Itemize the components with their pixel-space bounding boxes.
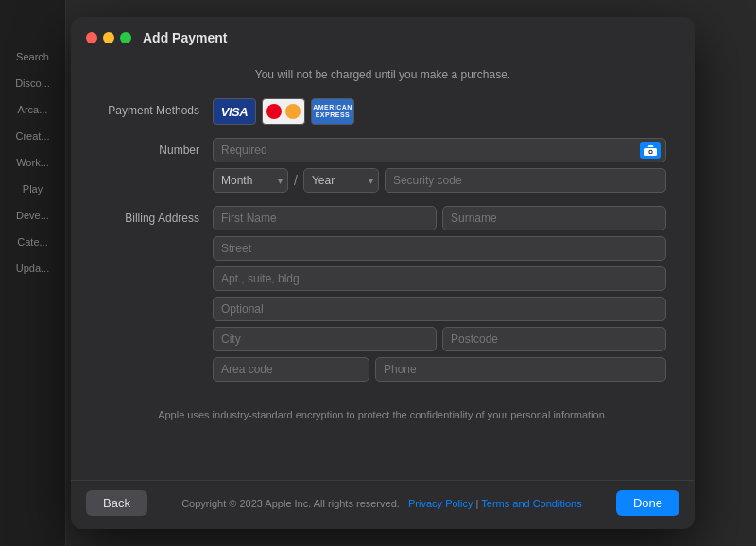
amex-express-label: EXPRESS	[316, 111, 351, 119]
number-input-wrap	[213, 138, 666, 162]
billing-content	[213, 206, 666, 382]
number-input-row	[213, 138, 666, 162]
first-name-input[interactable]	[213, 206, 437, 230]
traffic-lights	[86, 32, 131, 43]
optional-input[interactable]	[213, 297, 666, 321]
privacy-policy-link[interactable]: Privacy Policy	[408, 498, 472, 509]
modal-body: You will not be charged until you make a…	[71, 55, 695, 480]
footer-separator: |	[476, 498, 479, 509]
back-button[interactable]: Back	[86, 490, 147, 516]
number-content: Month 010203 040506 070809 101112 ▾ / Ye…	[213, 138, 666, 193]
payment-methods-label: Payment Methods	[99, 98, 213, 117]
add-payment-dialog: Add Payment You will not be charged unti…	[71, 17, 695, 529]
security-code-input[interactable]	[385, 168, 666, 193]
mc-left-circle	[266, 104, 282, 119]
terms-conditions-link[interactable]: Terms and Conditions	[481, 498, 581, 509]
visa-card-badge[interactable]: VISA	[213, 98, 256, 125]
number-label: Number	[99, 138, 213, 157]
apt-input[interactable]	[213, 266, 666, 291]
number-row: Number	[99, 138, 666, 193]
sidebar-item-discover: Disco...	[0, 72, 65, 94]
sidebar-item-create: Creat...	[0, 125, 65, 147]
dialog-title: Add Payment	[143, 30, 227, 45]
sidebar-item-arcade: Arca...	[0, 98, 65, 121]
year-select[interactable]: Year 202320242025 202620272028 20292030	[303, 168, 379, 193]
payment-methods-row: Payment Methods VISA AMERICAN EXPRESS	[99, 98, 666, 125]
camera-scan-button[interactable]	[640, 142, 661, 159]
phone-input[interactable]	[375, 357, 666, 382]
sidebar-item-updates: Upda...	[0, 257, 65, 280]
info-text: You will not be charged until you make a…	[99, 55, 666, 98]
amex-badge[interactable]: AMERICAN EXPRESS	[311, 98, 354, 125]
area-code-input[interactable]	[213, 357, 369, 382]
billing-label: Billing Address	[99, 206, 213, 225]
surname-input[interactable]	[442, 206, 666, 230]
phone-row	[213, 357, 666, 382]
sidebar: Search Disco... Arca... Creat... Work...…	[0, 0, 66, 546]
done-button[interactable]: Done	[616, 490, 679, 516]
minimize-button[interactable]	[103, 32, 114, 43]
modal-footer: Back Copyright © 2023 Apple Inc. All rig…	[71, 480, 695, 529]
camera-icon	[644, 145, 657, 156]
footer-links: Copyright © 2023 Apple Inc. All rights r…	[147, 498, 616, 509]
name-row	[213, 206, 666, 230]
city-input[interactable]	[213, 327, 437, 351]
slash-separator: /	[294, 173, 298, 188]
payment-cards: VISA AMERICAN EXPRESS	[213, 98, 666, 125]
billing-address-row: Billing Address	[99, 206, 666, 382]
sidebar-item-develop: Deve...	[0, 204, 65, 227]
street-input[interactable]	[213, 236, 666, 261]
sidebar-item-search: Search	[0, 45, 65, 68]
sidebar-item-play: Play	[0, 178, 65, 200]
expiry-row: Month 010203 040506 070809 101112 ▾ / Ye…	[213, 168, 666, 193]
titlebar: Add Payment	[71, 17, 695, 55]
card-number-input[interactable]	[213, 138, 666, 162]
close-button[interactable]	[86, 32, 97, 43]
sidebar-item-categories: Cate...	[0, 230, 65, 253]
amex-label: AMERICAN	[313, 104, 352, 111]
copyright-text: Copyright © 2023 Apple Inc. All rights r…	[181, 498, 400, 509]
mc-right-circle	[285, 104, 301, 119]
sidebar-item-work: Work...	[0, 151, 65, 174]
city-postcode-row	[213, 327, 666, 351]
maximize-button[interactable]	[120, 32, 131, 43]
month-select[interactable]: Month 010203 040506 070809 101112	[213, 168, 288, 193]
year-select-wrap: Year 202320242025 202620272028 20292030 …	[303, 168, 379, 193]
svg-point-2	[649, 150, 651, 152]
mastercard-badge[interactable]	[262, 98, 305, 125]
encryption-notice: Apple uses industry-standard encryption …	[99, 395, 666, 434]
month-select-wrap: Month 010203 040506 070809 101112 ▾	[213, 168, 288, 193]
payment-cards-container: VISA AMERICAN EXPRESS	[213, 98, 666, 125]
postcode-input[interactable]	[442, 327, 666, 351]
